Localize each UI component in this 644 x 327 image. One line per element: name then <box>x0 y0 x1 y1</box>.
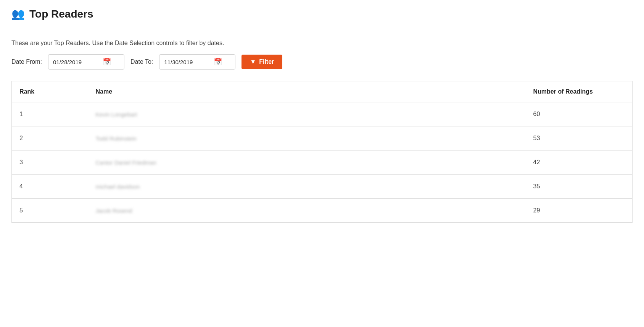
top-readers-table: Rank Name Number of Readings 1Kevin Long… <box>11 81 633 223</box>
date-to-input[interactable] <box>164 59 210 65</box>
table-row: 2Todd Rubinstein53 <box>12 126 633 151</box>
name-cell: Todd Rubinstein <box>88 126 526 151</box>
calendar-to-icon[interactable]: 📅 <box>214 58 222 66</box>
readings-cell: 29 <box>526 199 633 223</box>
name-cell: Jacob Rosend <box>88 199 526 223</box>
readers-icon: 👥 <box>11 8 25 20</box>
readings-cell: 35 <box>526 175 633 199</box>
date-from-label: Date From: <box>11 58 42 65</box>
name-cell: Kevin Longebart <box>88 102 526 126</box>
table-row: 5Jacob Rosend29 <box>12 199 633 223</box>
table-row: 4michael davidson35 <box>12 175 633 199</box>
date-to-label: Date To: <box>130 58 153 65</box>
filter-icon: ▼ <box>250 58 256 65</box>
rank-cell: 3 <box>12 151 88 175</box>
date-to-wrapper[interactable]: 📅 <box>159 54 235 70</box>
rank-cell: 1 <box>12 102 88 126</box>
rank-cell: 4 <box>12 175 88 199</box>
rank-cell: 5 <box>12 199 88 223</box>
col-readings: Number of Readings <box>526 81 633 102</box>
filter-button[interactable]: ▼ Filter <box>242 55 282 69</box>
page-header: 👥 Top Readers <box>11 8 633 28</box>
name-cell: Cantor Daniel Friedman <box>88 151 526 175</box>
calendar-from-icon[interactable]: 📅 <box>103 58 111 66</box>
readings-cell: 60 <box>526 102 633 126</box>
description-text: These are your Top Readers. Use the Date… <box>11 40 633 47</box>
date-from-wrapper[interactable]: 📅 <box>48 54 124 70</box>
table-row: 3Cantor Daniel Friedman42 <box>12 151 633 175</box>
name-cell: michael davidson <box>88 175 526 199</box>
table-header-row: Rank Name Number of Readings <box>12 81 633 102</box>
filter-row: Date From: 📅 Date To: 📅 ▼ Filter <box>11 54 633 70</box>
readings-cell: 42 <box>526 151 633 175</box>
date-from-input[interactable] <box>53 59 99 65</box>
page-title: Top Readers <box>29 8 93 20</box>
col-name: Name <box>88 81 526 102</box>
rank-cell: 2 <box>12 126 88 151</box>
col-rank: Rank <box>12 81 88 102</box>
table-row: 1Kevin Longebart60 <box>12 102 633 126</box>
readings-cell: 53 <box>526 126 633 151</box>
filter-button-label: Filter <box>259 58 274 65</box>
